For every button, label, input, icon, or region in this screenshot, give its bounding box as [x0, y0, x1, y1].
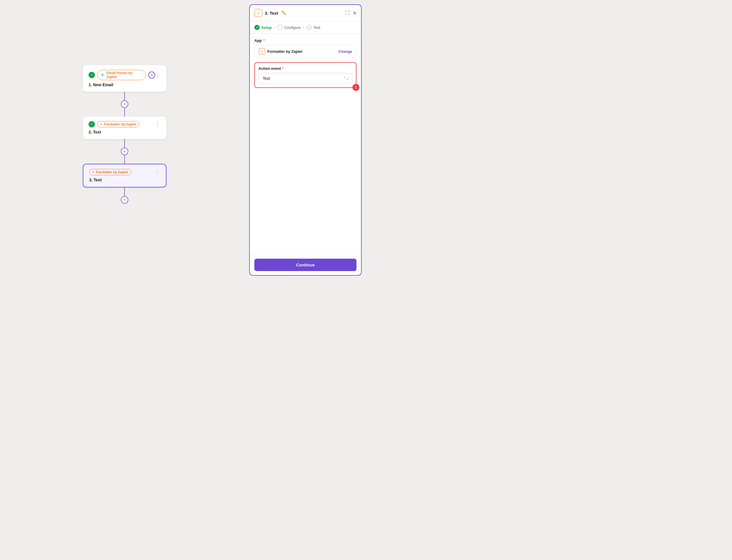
chevron-sep-2: › [303, 25, 304, 29]
flow-container: ✓ 📧 Email Parser by Zapier + ⋮ 1. New Em… [83, 65, 166, 204]
node1-badge: 📧 Email Parser by Zapier [97, 70, 146, 80]
email-parser-icon: 📧 [100, 73, 105, 77]
node1-add-button[interactable]: + [148, 72, 155, 78]
continue-button[interactable]: Continue [254, 259, 356, 271]
panel-header-actions: ⛶ ✕ [345, 10, 356, 16]
close-button[interactable]: ✕ [353, 10, 356, 16]
workflow-canvas: ✓ 📧 Email Parser by Zapier + ⋮ 1. New Em… [0, 0, 249, 280]
workflow-node-3[interactable]: ≈ Formatter by Zapier ⋮ 3. Text [83, 164, 166, 187]
connector-1: + [121, 92, 128, 116]
node1-check-icon: ✓ [89, 72, 95, 78]
app-selector-left: ≈ Formatter by Zapier [259, 48, 303, 55]
node1-title: 1. New Email [89, 82, 161, 87]
connector-2: + [121, 139, 128, 164]
panel-title: 3. Text [265, 11, 278, 16]
step-configure-circle [277, 25, 283, 30]
node1-menu-button[interactable]: ⋮ [155, 72, 161, 78]
panel-title-group: ≈ 3. Text ✏️ [254, 9, 286, 17]
workflow-node-2[interactable]: ✓ ≈ Formatter by Zapier ⋮ 2. Text [83, 116, 166, 139]
node3-badge: ≈ Formatter by Zapier [89, 169, 132, 175]
node2-app-label: Formatter by Zapier [104, 122, 137, 126]
action-event-required-mark: * [281, 66, 284, 71]
node2-title: 2. Text [89, 130, 161, 134]
panel-app-icon: ≈ [254, 9, 262, 17]
chevron-sep-1: › [274, 25, 275, 29]
vline-2 [124, 108, 125, 116]
app-label-text: App [254, 38, 262, 43]
step-test[interactable]: ⊙ Test [307, 25, 320, 30]
vline-4 [124, 155, 125, 164]
expand-button[interactable]: ⛶ [345, 10, 350, 16]
step-configure-label: Configure [284, 25, 301, 30]
action-event-label-text: Action event [258, 66, 281, 71]
panel-header: ≈ 3. Text ✏️ ⛶ ✕ [250, 5, 361, 21]
app-name-text: Formatter by Zapier [267, 49, 303, 54]
action-event-select-wrapper: Text ⌃⌄ [258, 73, 352, 84]
node3-menu-button[interactable]: ⋮ [155, 169, 160, 175]
node2-menu-button[interactable]: ⋮ [155, 121, 161, 127]
change-app-button[interactable]: Change [338, 49, 352, 54]
node3-title: 3. Text [89, 178, 160, 182]
formatter-icon-2: ≈ [100, 122, 102, 126]
add-between-2-3-button[interactable]: + [121, 148, 128, 155]
panel-footer: Continue [250, 254, 361, 275]
app-field-label: App * [254, 38, 356, 43]
vline-3 [124, 139, 125, 148]
step-setup-label: Setup [261, 25, 272, 30]
panel-edit-icon[interactable]: ✏️ [281, 11, 286, 15]
formatter-icon-3: ≈ [92, 170, 94, 174]
step-configure[interactable]: Configure [277, 25, 301, 30]
action-event-label: Action event * [258, 66, 352, 71]
app-selector[interactable]: ≈ Formatter by Zapier Change [254, 45, 356, 58]
node3-app-label: Formatter by Zapier [96, 170, 129, 174]
node2-check-icon: ✓ [89, 121, 95, 127]
right-panel: ≈ 3. Text ✏️ ⛶ ✕ ✓ Setup › Configure › ⊙… [249, 4, 362, 276]
app-icon-small: ≈ [259, 48, 265, 55]
step-setup[interactable]: ✓ Setup [254, 25, 272, 30]
vline-1 [124, 92, 125, 100]
error-badge: 1 [352, 84, 359, 91]
action-event-select[interactable]: Text [258, 73, 352, 84]
step-setup-check: ✓ [254, 25, 260, 30]
app-required-mark: * [262, 38, 265, 43]
connector-3: + [121, 187, 128, 204]
panel-content: App * ≈ Formatter by Zapier Change Actio… [250, 34, 361, 254]
add-between-1-2-button[interactable]: + [121, 100, 128, 108]
add-after-3-button[interactable]: + [121, 196, 128, 204]
workflow-node-1[interactable]: ✓ 📧 Email Parser by Zapier + ⋮ 1. New Em… [83, 65, 166, 92]
action-event-section: Action event * Text ⌃⌄ 1 [254, 62, 356, 88]
step-test-circle: ⊙ [307, 25, 312, 30]
node2-badge: ≈ Formatter by Zapier [97, 121, 140, 127]
node1-app-label: Email Parser by Zapier [106, 71, 143, 79]
step-test-label: Test [314, 25, 320, 30]
vline-5 [124, 187, 125, 196]
steps-navigation: ✓ Setup › Configure › ⊙ Test [250, 21, 361, 34]
